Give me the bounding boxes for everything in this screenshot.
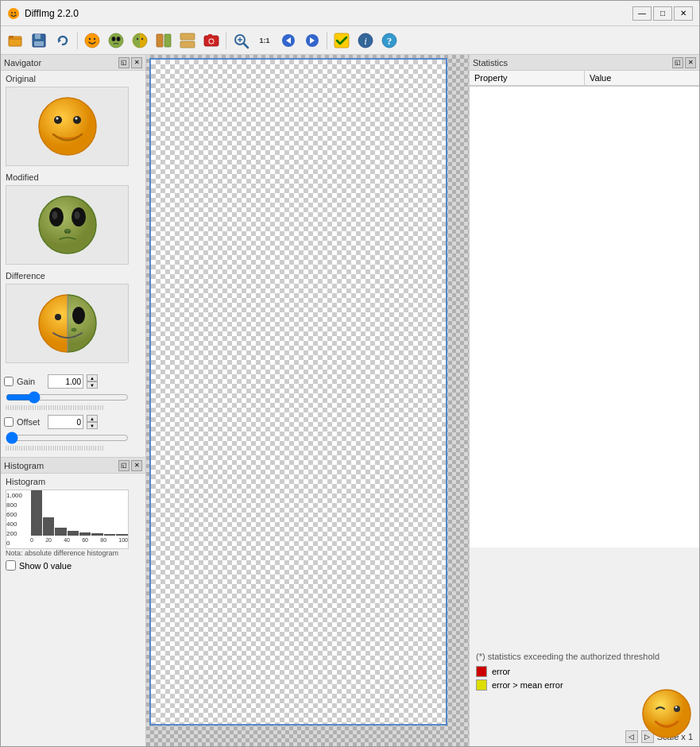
difference-label: Difference [6,271,141,281]
nav-section-original: Original [6,74,141,166]
toolbar-separator-1 [77,32,78,49]
zoom-forward-btn[interactable] [301,29,323,52]
difference-thumbnail [6,284,129,363]
screenshot-btn[interactable] [200,29,222,52]
svg-rect-6 [35,34,41,39]
svg-point-59 [55,314,61,320]
navigator-close-btn[interactable]: ✕ [131,57,142,68]
histogram-float-btn[interactable]: ◱ [118,460,130,471]
zoom-actual-btn[interactable]: 1:1 [253,29,276,52]
info-btn[interactable]: i [354,29,377,52]
hist-x-labels: 0 20 40 60 80 100 [30,536,128,548]
gain-down-btn[interactable]: ▼ [87,381,98,389]
zoom-fit-btn[interactable] [230,29,252,52]
svg-point-15 [113,37,114,40]
minimize-button[interactable]: — [632,6,652,21]
status-btn-1[interactable]: ◁ [625,730,638,743]
histogram-chart: 1,000 800 600 400 200 0 [6,490,129,549]
gain-spinner: ▲ ▼ [87,374,98,389]
offset-up-btn[interactable]: ▲ [87,415,98,422]
view-diff-btn[interactable] [129,29,151,52]
help-btn[interactable]: ? [378,29,400,52]
gain-row: Gain 1.00 ▲ ▼ [4,374,142,389]
svg-rect-4 [9,36,14,38]
app-window: DiffImg 2.2.0 — □ ✕ [0,0,700,747]
stats-table-header: Property Value [470,71,699,87]
histogram-close-btn[interactable]: ✕ [131,460,142,471]
view-alien-btn[interactable] [105,29,127,52]
gain-ticks: ||||||||||||||||||||||||||||||||||||||||… [6,404,129,410]
statistics-close-btn[interactable]: ✕ [685,57,696,68]
legend-error-color [476,666,487,677]
property-header: Property [470,71,585,86]
statistics-float-btn[interactable]: ◱ [672,57,683,68]
svg-point-42 [54,116,62,124]
svg-point-2 [14,12,16,14]
left-panel: Navigator ◱ ✕ Original [1,55,146,747]
statistics-header-btns: ◱ ✕ [672,57,696,68]
title-bar: DiffImg 2.2.0 — □ ✕ [1,1,699,26]
histogram-header-btns: ◱ ✕ [118,460,142,471]
wink-smiley-icon [641,688,693,740]
stats-table-body [470,87,699,548]
legend-error-label: error [492,667,510,676]
svg-point-12 [109,33,123,48]
svg-point-0 [8,8,19,19]
offset-down-btn[interactable]: ▼ [87,422,98,429]
svg-rect-27 [208,34,212,37]
view-original-btn[interactable] [81,29,103,52]
close-button[interactable]: ✕ [674,6,693,21]
svg-point-46 [39,196,96,254]
app-title: DiffImg 2.2.0 [25,8,79,19]
svg-point-18 [137,37,138,39]
gain-slider[interactable] [6,392,129,403]
nota-text: Nota: absolute difference histogram [6,549,141,557]
svg-text:i: i [364,35,367,47]
navigator-float-btn[interactable]: ◱ [118,57,130,68]
histogram-title: Histogram [4,461,44,470]
open-btn[interactable] [4,29,26,52]
layout-btn[interactable] [176,29,199,52]
histogram-header: Histogram ◱ ✕ [1,458,145,474]
hist-bar-1 [43,517,54,536]
gain-checkbox[interactable] [4,377,14,386]
show-zero-checkbox[interactable] [6,560,16,571]
offset-row: Offset 0 ▲ ▼ [4,415,142,429]
svg-point-26 [210,39,214,43]
histogram-content: Histogram 1,000 800 600 400 200 0 [1,474,145,574]
navigator-header-btns: ◱ ✕ [118,57,142,68]
offset-slider[interactable] [6,432,129,443]
stats-content: Property Value [470,71,699,647]
modified-thumbnail [6,185,129,265]
wink-smiley-container [641,688,693,741]
navigator-content: Original [1,71,145,373]
hist-bar-0 [31,490,42,536]
svg-point-1 [11,12,13,14]
nav-section-difference: Difference [6,271,141,363]
statistics-header: Statistics ◱ ✕ [470,55,699,71]
save-btn[interactable] [28,29,50,52]
toolbar: 1:1 i [1,26,699,55]
modified-label: Modified [6,172,141,182]
original-thumbnail [6,87,129,166]
gain-up-btn[interactable]: ▲ [87,374,98,381]
stats-note: (*) statistics exceeding the authorized … [476,652,693,661]
reload-btn[interactable] [52,29,74,52]
offset-checkbox[interactable] [4,417,14,427]
histogram-label: Histogram [6,477,141,486]
gain-input[interactable]: 1.00 [48,374,83,389]
canvas-area [146,55,469,747]
maximize-button[interactable]: □ [653,6,672,21]
offset-input[interactable]: 0 [48,415,83,429]
zoom-back-btn[interactable] [277,29,300,52]
svg-point-43 [73,116,81,124]
navigator-scroll: Original [1,71,145,747]
hist-bar-2 [55,528,66,536]
split-view-btn[interactable] [153,29,175,52]
right-panel: Statistics ◱ ✕ Property Value (*) statis… [469,55,699,747]
svg-point-44 [56,118,58,120]
svg-point-62 [643,690,690,737]
validate-btn[interactable] [331,29,353,52]
navigator-title: Navigator [4,58,41,68]
svg-rect-23 [180,41,195,48]
